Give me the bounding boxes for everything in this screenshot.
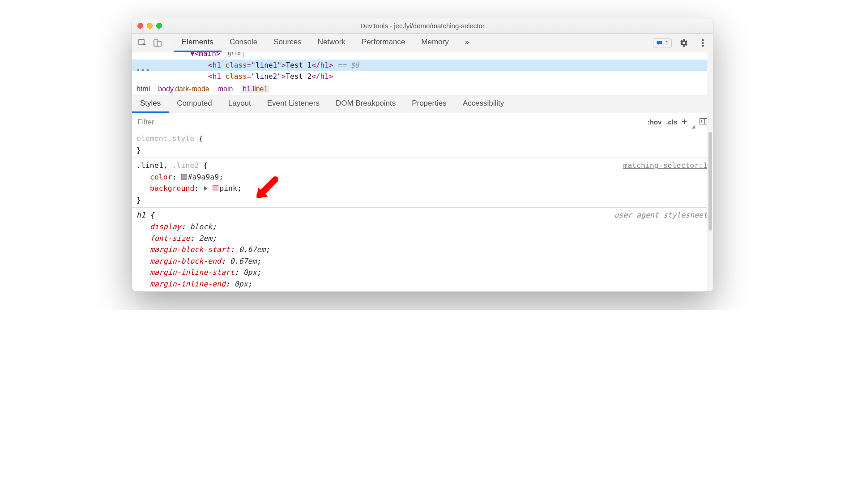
expand-shorthand-icon[interactable] (204, 186, 207, 191)
styles-filter-row: :hov .cls + ◢ (132, 113, 713, 131)
subtab-layout[interactable]: Layout (220, 95, 259, 113)
css-property[interactable]: margin-inline-start: 0px; (137, 267, 708, 278)
subtab-styles[interactable]: Styles (132, 95, 169, 113)
color-swatch[interactable] (213, 185, 218, 191)
separator (169, 38, 169, 48)
svg-point-3 (702, 39, 704, 41)
cls-toggle[interactable]: .cls (666, 118, 677, 126)
tab-performance[interactable]: Performance (354, 34, 413, 52)
tab-network[interactable]: Network (310, 34, 354, 52)
css-property[interactable]: font-size: 2em; (137, 233, 708, 244)
color-swatch[interactable] (181, 174, 187, 180)
settings-icon[interactable] (677, 36, 691, 50)
matched-rule-line1-line2[interactable]: matching-selector:1 .line1, .line2 { col… (132, 158, 713, 208)
window-title: DevTools - jec.fyi/demo/matching-selecto… (132, 22, 713, 30)
tab-memory[interactable]: Memory (413, 34, 457, 52)
main-toolbar: Elements Console Sources Network Perform… (132, 34, 713, 52)
vertical-scrollbar[interactable] (707, 34, 713, 291)
svg-point-4 (702, 42, 704, 44)
breadcrumb-body[interactable]: body.dark-mode (158, 85, 209, 93)
css-property[interactable]: margin-block-end: 0.67em; (137, 256, 708, 267)
rule-source-link[interactable]: matching-selector:1 (623, 160, 708, 171)
layout-badge-grid[interactable]: grid (225, 52, 244, 58)
breadcrumb: html body.dark-mode main h1.line1 (132, 83, 713, 95)
breadcrumb-selected[interactable]: h1.line1 (241, 85, 269, 93)
subtab-properties[interactable]: Properties (404, 95, 454, 113)
breadcrumb-main[interactable]: main (218, 85, 233, 93)
subtab-dom-breakpoints[interactable]: DOM Breakpoints (328, 95, 404, 113)
css-property[interactable]: margin-inline-end: 0px; (137, 278, 708, 290)
svg-point-5 (702, 45, 704, 47)
dom-line-main[interactable]: ▼<main> grid (132, 52, 713, 60)
dom-collapsed-icon[interactable]: ••• (136, 64, 150, 77)
scrollbar-thumb[interactable] (708, 132, 712, 231)
titlebar: DevTools - jec.fyi/demo/matching-selecto… (132, 18, 713, 34)
dom-line-h1-2[interactable]: <h1 class="line2">Test 2</h1> (132, 71, 713, 82)
tabs-overflow[interactable]: » (457, 34, 477, 52)
user-agent-rule-h1[interactable]: user agent stylesheet h1 { display: bloc… (132, 208, 713, 291)
styles-panel: element.style { } matching-selector:1 .l… (132, 131, 713, 291)
styles-subtabs: Styles Computed Layout Event Listeners D… (132, 95, 713, 113)
inspect-element-icon[interactable] (136, 36, 149, 50)
rule-source-ua: user agent stylesheet (614, 209, 708, 221)
styles-filter-input[interactable] (132, 114, 642, 130)
console-messages-badge[interactable]: 1 (653, 38, 672, 47)
new-style-rule-button[interactable]: + (682, 117, 687, 127)
main-tabs: Elements Console Sources Network Perform… (174, 34, 651, 52)
css-property[interactable]: display: block; (137, 221, 708, 233)
css-property-color[interactable]: color: #a9a9a9; (137, 171, 708, 183)
console-messages-count: 1 (665, 39, 669, 47)
device-toolbar-icon[interactable] (151, 36, 164, 50)
hov-toggle[interactable]: :hov (648, 118, 662, 126)
element-style-rule[interactable]: element.style { } (132, 131, 713, 158)
css-property-background[interactable]: background: pink; (137, 183, 708, 194)
subtab-accessibility[interactable]: Accessibility (455, 95, 512, 113)
css-property[interactable]: margin-block-start: 0.67em; (137, 244, 708, 256)
styles-filter-tools: :hov .cls + ◢ (642, 113, 713, 131)
dom-line-selected[interactable]: <h1 class="line1">Test 1</h1> == $0 (132, 60, 713, 71)
subtab-computed[interactable]: Computed (169, 95, 220, 113)
toolbar-right: 1 (653, 36, 709, 50)
tab-console[interactable]: Console (222, 34, 265, 52)
resize-corner-icon[interactable]: ◢ (691, 124, 695, 129)
tab-elements[interactable]: Elements (174, 34, 222, 52)
dom-tree[interactable]: ▼<main> grid <h1 class="line1">Test 1</h… (132, 52, 713, 83)
subtab-event-listeners[interactable]: Event Listeners (259, 95, 328, 113)
tab-sources[interactable]: Sources (265, 34, 309, 52)
svg-rect-2 (157, 41, 161, 46)
breadcrumb-html[interactable]: html (137, 85, 150, 93)
devtools-window: DevTools - jec.fyi/demo/matching-selecto… (132, 18, 713, 292)
